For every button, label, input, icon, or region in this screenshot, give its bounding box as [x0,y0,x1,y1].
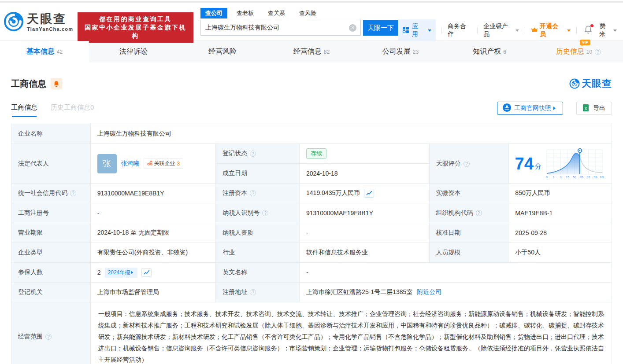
help-icon[interactable]: ? [45,334,52,340]
subtab-business-registration[interactable]: 工商信息 [11,103,37,117]
notification-dot [590,24,593,27]
legal-rep-avatar[interactable]: 张 [97,154,117,173]
arrow-right-icon [131,271,134,274]
tab-business-info[interactable]: 经营信息 82 [267,41,356,63]
table-row: 经营范围 ? 一般项目：信息系统集成服务；技术服务、技术开发、技术咨询、技术交流… [11,302,612,364]
establish-date-value: 2024-10-18 [300,164,430,183]
field-label: 统一社会信用代码 ? [11,184,91,203]
insured-count-value: 2 [97,269,101,276]
help-icon[interactable]: ? [250,190,256,196]
search-tab-boss[interactable]: 查老板 [232,8,259,18]
table-row: 统一社会信用代码 ? 91310000MAE19E8B1Y 注册资本 ? 141… [11,184,612,203]
field-label: 成立日期 [216,164,300,183]
search-tab-relation[interactable]: 查关系 [263,8,290,18]
user-menu[interactable]: 费米 [599,22,617,38]
related-companies-badge[interactable]: 关联企业 3 [144,158,184,169]
reg-address-value: 上海市徐汇区虹漕路25-1号二层1385室 [306,288,412,296]
help-icon[interactable]: ? [250,151,256,157]
field-label: 注册资本 ? [216,184,300,203]
svg-text:15: 15 [566,176,569,179]
help-icon[interactable]: ? [262,210,268,216]
svg-text:97: 97 [586,176,590,179]
apps-menu[interactable]: 应用 [398,19,436,41]
field-label: 核准日期 [430,223,509,243]
tab-intellectual-property[interactable]: 知识产权 6 [445,41,534,63]
nav-enterprise-products[interactable]: 企业级产品 [483,22,519,38]
field-label: 纳税人识别号 ? [216,203,300,223]
business-info-table: 企业名称 上海碳生万物科技有限公司 法定代表人 张 张鸿曦 [11,124,612,364]
brand-name: 天眼查 [27,13,73,25]
field-label: 企业类型 [11,243,91,262]
stamp-icon [503,103,511,113]
site-header: 天眼查 TianYanCha.com 都在用的商业查询工具 国家中小企业发展子基… [0,3,623,38]
business-scope-value: 一般项目：信息系统集成服务；技术服务、技术开发、技术咨询、技术交流、技术转让、技… [91,302,612,364]
table-row: 企业类型 有限责任公司(外商投资、非独资) 行业 软件和信息技术服务业 人员规模… [11,243,612,263]
clear-search-icon[interactable]: × [349,24,356,32]
staff-size-value: 小于50人 [508,243,612,262]
search-area: 查公司 查老板 查关系 查风险 × 天眼一下 [200,8,398,36]
open-vip-button[interactable]: 开通会员 [531,22,571,38]
field-label: 天眼评分 ? [430,144,509,183]
help-icon[interactable]: ? [476,210,482,216]
field-label: 人员规模 [430,243,509,262]
reg-number-value: - [91,203,216,223]
table-row: 企业名称 上海碳生万物科技有限公司 [11,124,612,144]
reg-capital-value: 1419.0435万人民币 [306,189,360,197]
notifications-bell-icon[interactable] [584,26,592,35]
search-button[interactable]: 天眼一下 [363,20,398,36]
table-row: 参保人数 2 2024年报 英文名称 - [11,263,612,283]
caret-down-icon [515,29,519,33]
field-label: 英文名称 [216,263,300,282]
svg-text:50: 50 [573,176,576,179]
subtab-history-registration[interactable]: 历史工商信息0 [51,103,94,117]
business-term-value: 2024-10-18 至 无固定期限 [91,223,216,243]
tab-history-info[interactable]: VIP 历史信息 10 ? [534,41,623,63]
slogan-banner: 都在用的商业查询工具 国家中小企业发展子基金旗下机构 [78,12,193,43]
field-label: 营业期限 [11,223,91,243]
table-row: 登记机关 上海市市场监督管理局 注册地址 ? 上海市徐汇区虹漕路25-1号二层1… [11,283,612,302]
crown-icon [531,27,538,34]
field-label: 组织机构代码 ? [430,203,509,223]
legal-rep-link[interactable]: 张鸿曦 [121,160,140,168]
taxpayer-quality-value: - [300,223,430,243]
reg-authority-value: 上海市市场监督管理局 [91,283,216,302]
svg-text:100: 100 [600,176,604,179]
monitor-bell-icon[interactable] [51,78,62,89]
vip-badge: VIP [580,40,591,45]
status-badge: 存续 [306,148,326,159]
search-tab-risk[interactable]: 查风险 [294,8,321,18]
nav-cooperation[interactable]: 商务合作 [448,22,471,38]
section-title: 工商信息 [11,78,46,90]
nearby-companies-link[interactable]: 附近公司 [417,288,441,296]
tianyancha-logo[interactable]: 天眼查 TianYanCha.com [4,11,73,33]
tab-operating-risk[interactable]: 经营风险 [178,41,267,63]
search-input[interactable] [201,20,360,35]
help-icon[interactable]: ? [250,289,256,295]
tab-company-development[interactable]: 公司发展 23 [356,41,445,63]
approval-date-value: 2025-09-28 [508,223,612,243]
apps-grid-icon [403,27,409,34]
tab-basic-info[interactable]: 基本信息 42 [0,41,89,63]
tianyancha-watermark: 天眼查 [569,77,612,90]
table-row: 营业期限 2024-10-18 至 无固定期限 纳税人资质 - 核准日期 202… [11,223,612,243]
search-tabs: 查公司 查老板 查关系 查风险 [200,8,398,18]
trend-chart-icon[interactable] [141,268,152,277]
org-code-value: MAE19E8B-1 [508,203,612,223]
export-button[interactable]: x 导出 [576,102,612,115]
help-icon[interactable]: ? [595,49,601,55]
official-snapshot-button[interactable]: 工商官网快照 [497,102,563,115]
tab-legal-litigation[interactable]: 法律诉讼 [89,41,178,63]
help-icon[interactable]: ? [464,161,470,167]
tianyancha-logo-icon [4,11,24,33]
trend-chart-icon[interactable] [364,189,374,198]
field-label: 纳税人资质 [216,223,300,243]
english-name-value: - [300,263,612,282]
company-type-value: 有限责任公司(外商投资、非独资) [91,243,216,262]
search-tab-company[interactable]: 查公司 [200,8,227,18]
field-label: 企业名称 [11,124,91,143]
help-icon[interactable]: ? [70,190,76,196]
field-label: 经营范围 ? [11,302,91,364]
annual-report-badge[interactable]: 2024年报 [105,268,138,278]
field-label: 行业 [216,243,300,262]
field-label: 法定代表人 [11,144,91,183]
